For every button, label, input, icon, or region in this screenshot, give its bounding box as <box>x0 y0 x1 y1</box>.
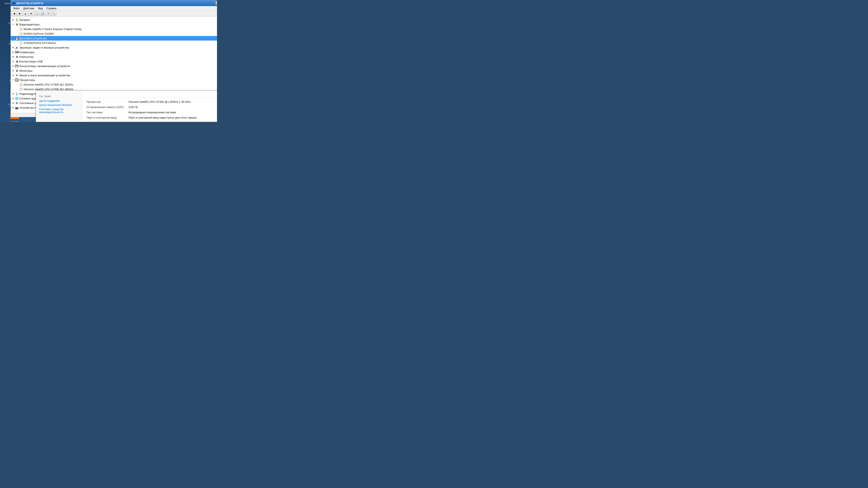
pen-label: Перо и сенсорный ввод: <box>86 116 128 119</box>
expander-computer[interactable]: ▶ <box>11 55 15 58</box>
tree-item-computer[interactable]: ▶ 🖥 Компьютер <box>11 55 217 59</box>
system-devices-icon: ⚙ <box>15 101 19 105</box>
sysinfo-panel: См. также Центр поддержки Центр обновлен… <box>36 90 217 122</box>
tree-item-video[interactable]: ▼ 🖥 Видеоадаптеры <box>11 22 217 27</box>
processor-value: Genuine Intel(R) CPU U7300 @1.30GHz 1.30… <box>128 100 217 103</box>
mice-label: Мыши и иные указывающие устройства <box>19 74 70 77</box>
divider <box>86 121 217 122</box>
intel-graphics-icon: 📋 <box>19 27 23 31</box>
intel-graphics-label: Mobile Intel(R) 4 Series Express Chipset… <box>24 28 82 31</box>
usb-icon: 🔌 <box>15 60 19 63</box>
tree-item-nvidia[interactable]: ▶ 📋 NVIDIA GeForce G105M <box>11 31 217 36</box>
device-manager-toolbar: ◀ ▶ ▲ 👁 📋 🔄 ✕ 🔍 <box>11 11 217 17</box>
expander-imaging[interactable]: ▶ <box>11 106 15 109</box>
imaging-icon: 📷 <box>15 106 19 109</box>
minimize-button[interactable]: — <box>216 1 217 5</box>
processor-label: Процессор: <box>86 100 128 103</box>
tree-item-storage-controllers[interactable]: ▶ 💾 Контроллеры запоминающих устройств <box>11 64 217 68</box>
network-icon: 🌐 <box>15 97 19 100</box>
processors-label: Процессоры <box>19 78 35 82</box>
tree-item-batteries[interactable]: ▶ 🔋 Батареи <box>11 18 217 22</box>
haozip-label: HaoZip <box>11 121 18 122</box>
expander-monitors[interactable]: ▶ <box>11 69 15 72</box>
toolbar-update-btn[interactable]: 🔄 <box>40 11 45 16</box>
sysinfo-row-processor: Процессор: Genuine Intel(R) CPU U7300 @1… <box>86 100 217 103</box>
expander-bluetooth[interactable]: ▶ <box>11 92 15 95</box>
tree-item-audio[interactable]: ▶ 🔊 Звуковые, видео и игровые устройства <box>11 45 217 50</box>
sysinfo-inner: См. также Центр поддержки Центр обновлен… <box>36 91 217 122</box>
expander-batteries[interactable]: ▶ <box>11 18 15 22</box>
storage-icon: 💾 <box>15 64 19 68</box>
tree-item-processors[interactable]: ▼ 🔲 Процессоры <box>11 77 217 82</box>
windows-update-link[interactable]: Центр обновления Windows <box>39 104 79 106</box>
tree-item-intel-graphics[interactable]: ▶ 📋 Mobile Intel(R) 4 Series Express Chi… <box>11 27 217 31</box>
expander-disk[interactable]: ▼ <box>11 37 15 40</box>
device-manager-titlebar: 🖥 Диспетчер устройств — □ ✕ <box>11 0 217 6</box>
support-center-link[interactable]: Центр поддержки <box>39 99 79 102</box>
sysinfo-main: — этого компьютера Процессор: Genuine In… <box>82 91 217 122</box>
menu-action[interactable]: Действие <box>22 6 36 10</box>
toolbar-up-btn[interactable]: ▲ <box>23 11 28 16</box>
toolbar-properties-btn[interactable]: 📋 <box>34 11 39 16</box>
expander-usb[interactable]: ▶ <box>11 60 15 63</box>
tree-item-st9250[interactable]: ▶ 📋 ST9250315AS ATA Device <box>11 40 217 45</box>
pen-value: Перо и сенсорный ввод недоступны для это… <box>128 116 217 119</box>
cpu2-icon: 📋 <box>19 88 23 91</box>
ram-value: 4,00 ГБ <box>128 105 217 109</box>
expander-storage[interactable]: ▶ <box>11 64 15 68</box>
expander-system-devices[interactable]: ▶ <box>11 101 15 105</box>
toolbar-show-hidden-btn[interactable]: 👁 <box>29 11 34 16</box>
computer-icon: 🖥 <box>15 55 19 58</box>
menu-help[interactable]: Справка <box>45 6 58 10</box>
expander-mice[interactable]: ▶ <box>11 73 15 77</box>
bluetooth-icon: 📡 <box>15 92 19 95</box>
see-also-section: См. также Центр поддержки Центр обновлен… <box>39 95 79 114</box>
desktop: microsoft-office-exc X MicrosoftOffice E… <box>0 0 217 122</box>
os-type-value: 64-разрядная операционная система <box>128 111 217 114</box>
audio-icon: 🔊 <box>15 46 19 49</box>
toolbar-back-btn[interactable]: ◀ <box>11 11 17 16</box>
tree-item-mice[interactable]: ▶ 🖱 Мыши и иные указывающие устройства <box>11 73 217 77</box>
batteries-label: Батареи <box>19 18 30 22</box>
expander-audio[interactable]: ▶ <box>11 46 15 49</box>
expander-processors[interactable]: ▼ <box>11 78 15 82</box>
keyboard-label: Клавиатуры <box>19 51 35 54</box>
menu-view[interactable]: Вид <box>36 6 44 10</box>
tree-item-usb[interactable]: ▶ 🔌 Контроллеры USB <box>11 59 217 64</box>
see-also-heading: См. также <box>39 95 79 98</box>
toolbar-forward-btn[interactable]: ▶ <box>17 11 22 16</box>
os-type-label: Тип системы: <box>86 111 128 114</box>
disk-icon: 💾 <box>15 37 19 40</box>
monitors-icon: 🖥 <box>15 69 19 72</box>
storage-label: Контроллеры запоминающих устройств <box>19 65 70 68</box>
st9250-label: ST9250315AS ATA Device <box>24 41 56 44</box>
nvidia-label: NVIDIA GeForce G105M <box>24 32 54 35</box>
cpu1-icon: 📋 <box>19 83 23 86</box>
sysinfo-sidebar: См. также Центр поддержки Центр обновлен… <box>36 91 82 122</box>
device-manager-title: Диспетчер устройств <box>17 2 214 5</box>
performance-link[interactable]: Счётчики и средства производительности <box>39 108 79 114</box>
toolbar-remove-btn[interactable]: ✕ <box>45 11 51 16</box>
audio-label: Звуковые, видео и игровые устройства <box>19 46 69 49</box>
ram-label: Установленная память (ОЗУ): <box>86 105 128 109</box>
tree-item-monitors[interactable]: ▶ 🖥 Мониторы <box>11 68 217 73</box>
expander-keyboard[interactable]: ▶ <box>11 51 15 54</box>
sysinfo-row-pen: Перо и сенсорный ввод: Перо и сенсорный … <box>86 116 217 119</box>
expander-network[interactable]: ▶ <box>11 97 15 100</box>
tree-item-keyboard[interactable]: ▶ ⌨ Клавиатуры <box>11 50 217 55</box>
sysinfo-header-strip: — этого компьютера <box>86 93 217 98</box>
mice-icon: 🖱 <box>15 73 19 77</box>
toolbar-scan-btn[interactable]: 🔍 <box>51 11 56 16</box>
sysinfo-row-os-type: Тип системы: 64-разрядная операционная с… <box>86 111 217 114</box>
device-manager-title-icon: 🖥 <box>12 2 15 5</box>
usb-label: Контроллеры USB <box>19 60 43 63</box>
cpu1-label: Genuine Intel(R) CPU U7300 @1.30GHz <box>24 83 73 86</box>
tree-item-disk[interactable]: ▼ 💾 Дисковые устройства <box>11 36 217 40</box>
computer-label: Компьютер <box>19 55 33 58</box>
menu-file[interactable]: Файл <box>11 6 21 10</box>
tree-item-cpu1[interactable]: ▶ 📋 Genuine Intel(R) CPU U7300 @1.30GHz <box>11 82 217 87</box>
batteries-icon: 🔋 <box>15 18 19 22</box>
nvidia-icon: 📋 <box>19 32 23 35</box>
expander-video[interactable]: ▼ <box>11 23 15 26</box>
window-controls: — □ ✕ <box>216 1 217 5</box>
